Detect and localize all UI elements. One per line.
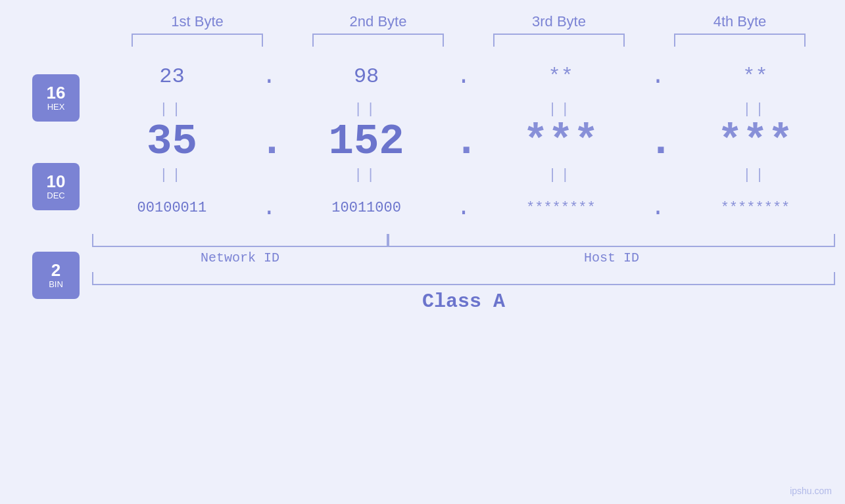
bin-cell-3: ******** — [489, 200, 633, 216]
bottom-labels: Network ID Host ID — [92, 250, 835, 265]
host-id-label: Host ID — [388, 250, 835, 265]
hex-dot-3: . — [648, 63, 668, 90]
big-bracket — [92, 272, 835, 285]
rows-area: 23 . 98 . ** . ** || || || || 35 — [92, 53, 845, 313]
byte-header-1: 1st Byte — [125, 13, 270, 30]
bracket-top-4 — [674, 34, 806, 47]
badge-dec-num: 10 — [47, 172, 66, 191]
badge-bin-num: 2 — [51, 261, 60, 280]
equals-6: || — [294, 167, 439, 183]
class-label: Class A — [422, 290, 505, 313]
hex-row: 23 . 98 . ** . ** — [92, 53, 835, 99]
badge-bin: 2 BIN — [32, 252, 80, 299]
bottom-section: Network ID Host ID — [92, 234, 835, 265]
equals-row-1: || || || || — [92, 99, 835, 119]
equals-8: || — [683, 167, 827, 183]
bottom-brackets — [92, 234, 835, 247]
bin-row: 00100011 . 10011000 . ******** . *******… — [92, 185, 835, 231]
bin-cell-1: 00100011 — [99, 200, 244, 216]
equals-3: || — [489, 101, 633, 118]
bracket-top-3 — [493, 34, 625, 47]
watermark: ipshu.com — [790, 486, 832, 496]
bin-dot-3: . — [648, 195, 668, 221]
bin-dot-2: . — [454, 195, 473, 221]
dec-row: 35 . 152 . *** . *** — [92, 119, 835, 165]
big-bracket-row: Class A — [92, 272, 835, 313]
dec-dot-1: . — [259, 118, 279, 166]
badge-dec: 10 DEC — [32, 163, 80, 210]
bracket-top-2 — [312, 34, 444, 47]
hex-cell-4: ** — [683, 64, 827, 89]
network-id-label: Network ID — [92, 250, 388, 265]
bracket-host — [388, 234, 835, 247]
equals-2: || — [294, 101, 439, 118]
bin-dot-1: . — [259, 195, 279, 221]
hex-dot-2: . — [454, 63, 473, 90]
badge-hex-num: 16 — [47, 83, 66, 103]
dec-cell-1: 35 — [99, 118, 244, 166]
badge-bin-label: BIN — [49, 279, 63, 289]
byte-headers: 1st Byte 2nd Byte 3rd Byte 4th Byte — [107, 13, 831, 30]
byte-header-3: 3rd Byte — [487, 13, 631, 30]
equals-5: || — [99, 167, 244, 183]
main-container: 1st Byte 2nd Byte 3rd Byte 4th Byte 16 H… — [0, 0, 845, 504]
content-area: 16 HEX 10 DEC 2 BIN 23 . 98 . ** . ** — [0, 53, 845, 313]
bracket-top-row — [107, 34, 831, 47]
badge-hex-label: HEX — [47, 102, 65, 112]
hex-cell-1: 23 — [99, 64, 244, 89]
bracket-top-1 — [132, 34, 263, 47]
bracket-network — [92, 234, 388, 247]
byte-header-4: 4th Byte — [667, 13, 812, 30]
hex-dot-1: . — [259, 63, 279, 90]
hex-cell-2: 98 — [294, 64, 439, 89]
equals-4: || — [683, 101, 827, 118]
equals-7: || — [489, 167, 633, 183]
hex-cell-3: ** — [489, 64, 633, 89]
dec-cell-2: 152 — [294, 118, 439, 166]
equals-1: || — [99, 101, 244, 118]
badge-dec-label: DEC — [47, 191, 64, 200]
bin-cell-4: ******** — [683, 200, 827, 216]
dec-dot-2: . — [454, 118, 473, 166]
badges-column: 16 HEX 10 DEC 2 BIN — [0, 60, 92, 313]
class-label-row: Class A — [92, 290, 835, 313]
badge-hex: 16 HEX — [32, 74, 80, 122]
equals-row-2: || || || || — [92, 165, 835, 185]
dec-cell-3: *** — [489, 118, 633, 166]
bin-cell-2: 10011000 — [294, 200, 439, 216]
dec-dot-3: . — [648, 118, 668, 166]
byte-header-2: 2nd Byte — [306, 13, 450, 30]
dec-cell-4: *** — [683, 118, 827, 166]
